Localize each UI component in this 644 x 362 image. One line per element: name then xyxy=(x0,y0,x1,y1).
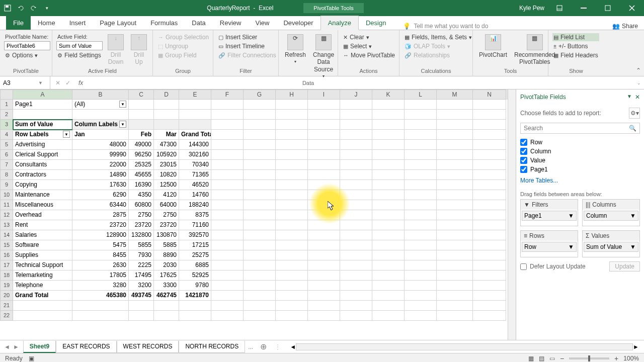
field-checkbox[interactable] xyxy=(520,139,527,146)
cell[interactable] xyxy=(154,301,179,311)
minimize-icon[interactable] xyxy=(575,2,593,14)
tab-home[interactable]: Home xyxy=(31,16,62,30)
fields-layout-icon[interactable]: ⚙▾ xyxy=(629,108,640,119)
col-dropdown-icon[interactable]: ▼ xyxy=(119,121,126,128)
sheet-nav-next-icon[interactable]: ► xyxy=(13,343,19,350)
insert-slicer-button[interactable]: ▢ Insert Slicer xyxy=(217,33,277,41)
col-header-N[interactable]: N xyxy=(473,89,506,100)
field-checkbox[interactable] xyxy=(520,148,527,155)
hscroll-right-icon[interactable]: ► xyxy=(633,343,639,350)
sheet-tab[interactable]: NORTH RECORDS xyxy=(179,341,245,353)
clear-button[interactable]: ✕ Clear ▾ xyxy=(342,33,396,41)
field-checkbox[interactable] xyxy=(520,157,527,164)
cell[interactable] xyxy=(405,301,437,311)
tab-page-layout[interactable]: Page Layout xyxy=(93,16,143,30)
horizontal-scrollbar[interactable] xyxy=(296,343,633,350)
zoom-out-icon[interactable]: − xyxy=(560,354,564,363)
cell[interactable] xyxy=(13,311,72,321)
cell[interactable] xyxy=(405,311,437,321)
sheet-tab[interactable]: EAST RECORDS xyxy=(56,341,116,353)
col-header-G[interactable]: G xyxy=(244,89,276,100)
cell[interactable] xyxy=(211,100,244,110)
tab-review[interactable]: Review xyxy=(213,16,249,30)
cell[interactable] xyxy=(129,311,154,321)
row-label[interactable]: Software xyxy=(13,240,72,250)
col-header-D[interactable]: D xyxy=(154,89,179,100)
cell[interactable] xyxy=(276,100,308,110)
cell[interactable] xyxy=(129,301,154,311)
col-header-C[interactable]: C xyxy=(129,89,154,100)
cell[interactable] xyxy=(473,110,506,120)
fields-items-sets-button[interactable]: ▦ Fields, Items, & Sets ▾ xyxy=(404,33,473,41)
cell[interactable] xyxy=(405,100,437,110)
field-item[interactable]: Value xyxy=(520,156,640,165)
row-label[interactable]: Salaries xyxy=(13,230,72,240)
field-settings-button[interactable]: ⚙ Field Settings xyxy=(56,51,103,59)
cell[interactable] xyxy=(244,311,276,321)
rows-area[interactable]: ≡Rows Row▼ xyxy=(520,230,578,257)
row-label[interactable]: Maintenance xyxy=(13,190,72,200)
select-all-corner[interactable] xyxy=(0,89,13,100)
col-header-I[interactable]: I xyxy=(308,89,340,100)
cell[interactable] xyxy=(308,110,340,120)
tab-formulas[interactable]: Formulas xyxy=(143,16,185,30)
col-header-A[interactable]: A xyxy=(13,89,72,100)
row-label[interactable]: Advertising xyxy=(13,140,72,150)
cell[interactable] xyxy=(211,311,244,321)
expand-formula-icon[interactable]: ⌄ xyxy=(634,80,644,85)
tab-view[interactable]: View xyxy=(248,16,276,30)
row-label[interactable]: Technical Support xyxy=(13,260,72,270)
fx-icon[interactable]: fx xyxy=(75,79,86,86)
close-icon[interactable] xyxy=(623,2,641,14)
pm-buttons-button[interactable]: ± +/- Buttons xyxy=(552,42,599,50)
col-header-F[interactable]: F xyxy=(211,89,244,100)
cell[interactable] xyxy=(437,100,473,110)
row-label[interactable]: Telemarketing xyxy=(13,270,72,281)
cell[interactable] xyxy=(244,110,276,120)
col-header-L[interactable]: L xyxy=(405,89,437,100)
fields-search[interactable]: 🔍 xyxy=(520,123,640,134)
cell[interactable] xyxy=(340,110,372,120)
tab-data[interactable]: Data xyxy=(185,16,212,30)
cell[interactable] xyxy=(340,311,372,321)
tell-me[interactable]: 💡Tell me what you want to do xyxy=(403,23,488,30)
tab-insert[interactable]: Insert xyxy=(62,16,93,30)
pivotchart-button[interactable]: 📊PivotChart xyxy=(477,33,509,59)
move-pivottable-button[interactable]: ↔ Move PivotTable xyxy=(342,51,396,59)
row-label[interactable]: Rent xyxy=(13,220,72,230)
col-header-J[interactable]: J xyxy=(340,89,372,100)
field-item[interactable]: Page1 xyxy=(520,165,640,174)
spreadsheet-grid[interactable]: ABCDEFGHIJKLMN 1Page1(All)▼23Sum of Valu… xyxy=(0,89,508,340)
cell[interactable] xyxy=(13,301,72,311)
active-field-input[interactable] xyxy=(56,41,103,50)
col-header-B[interactable]: B xyxy=(72,89,129,100)
row-label[interactable]: Telephone xyxy=(13,281,72,291)
grand-total-label[interactable]: Grand Total xyxy=(13,291,72,301)
cell[interactable] xyxy=(179,301,211,311)
row-label[interactable]: Miscellaneous xyxy=(13,200,72,210)
row-dropdown-icon[interactable]: ▼ xyxy=(63,131,70,138)
cell[interactable] xyxy=(340,301,372,311)
column-labels-cell[interactable]: Column Labels▼ xyxy=(72,120,129,130)
col-header-H[interactable]: H xyxy=(276,89,308,100)
zoom-level[interactable]: 100% xyxy=(623,355,639,362)
cell[interactable] xyxy=(179,311,211,321)
row-header[interactable]: 3 xyxy=(0,120,13,130)
page-filter-value[interactable]: (All)▼ xyxy=(72,100,129,110)
save-icon[interactable] xyxy=(3,4,12,13)
col-header-E[interactable]: E xyxy=(179,89,211,100)
cell[interactable] xyxy=(308,100,340,110)
row-label[interactable]: Overhead xyxy=(13,210,72,220)
tab-developer[interactable]: Developer xyxy=(276,16,320,30)
cell[interactable] xyxy=(372,110,405,120)
field-checkbox[interactable] xyxy=(520,166,527,173)
view-page-icon[interactable]: ▤ xyxy=(539,355,544,362)
cell[interactable] xyxy=(154,311,179,321)
cell[interactable] xyxy=(72,110,129,120)
cell[interactable] xyxy=(154,110,179,120)
filter-dropdown-icon[interactable]: ▼ xyxy=(119,101,126,108)
cell[interactable] xyxy=(276,311,308,321)
sheet-nav-prev-icon[interactable]: ◄ xyxy=(4,343,10,350)
cell[interactable] xyxy=(437,311,473,321)
cell[interactable] xyxy=(372,301,405,311)
